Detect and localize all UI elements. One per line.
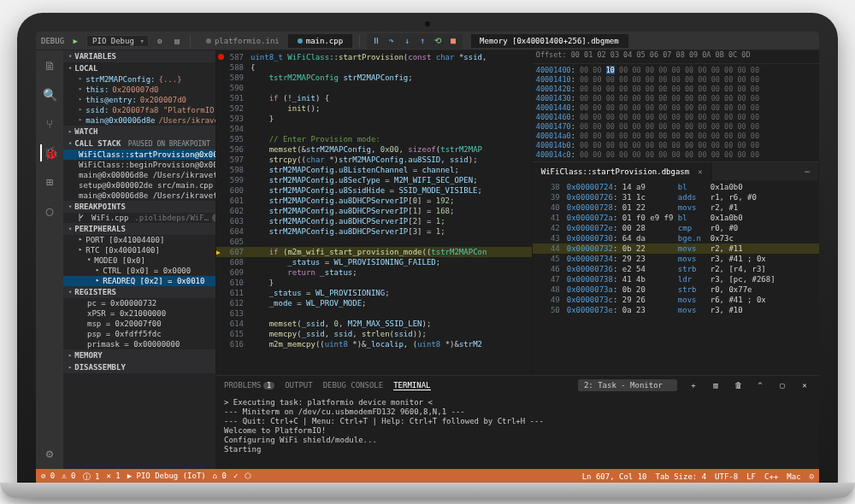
disasm-line[interactable]: 440x00000732: 0b 22 movs r2, #11 xyxy=(533,243,819,254)
memory-row[interactable]: 40001400: 00 00 10 00 00 00 00 00 00 00 … xyxy=(536,66,816,75)
status-item[interactable]: ▶ PIO Debug (IoT) xyxy=(127,472,206,483)
memory-row[interactable]: 40001410: 00 00 00 00 00 00 00 00 00 00 … xyxy=(536,75,816,85)
terminal-task-select[interactable]: 2: Task - Monitor xyxy=(578,379,677,391)
panel-layout-icon[interactable]: ▢ xyxy=(776,379,788,391)
problems-tab[interactable]: PROBLEMS1 xyxy=(224,381,274,390)
code-line[interactable]: 605 xyxy=(216,237,532,247)
disasm-line[interactable]: 460x00000736: e2 54 strb r2, [r4, r3] xyxy=(533,264,819,274)
status-item[interactable]: ⓘ 1 xyxy=(83,472,100,483)
memory-row[interactable]: 40001470: 00 00 00 00 00 00 00 00 00 00 … xyxy=(536,122,816,132)
peripheral-item[interactable]: ▸ RTC [0x40001400] xyxy=(63,245,215,255)
disasm-line[interactable]: 400x00000728: 01 22 movs r2, #1 xyxy=(533,202,819,213)
new-terminal-icon[interactable]: + xyxy=(687,379,699,391)
status-item[interactable]: ✓ xyxy=(233,472,238,483)
code-line[interactable]: 608 _status = WL_PROVISIONING_FAILED; xyxy=(216,257,532,267)
local-scope[interactable]: ▾Local xyxy=(63,62,215,74)
code-line[interactable]: 602 strM2MAPConfig.au8DHCPServerIP[1] = … xyxy=(216,206,532,216)
editor-tab[interactable]: Memory [0x40001400+256].dbgmem xyxy=(471,34,628,48)
platformio-icon[interactable]: ◯ xyxy=(41,202,58,220)
disasm-line[interactable]: 390x00000726: 31 1c adds r1, r6, #0 xyxy=(533,192,819,202)
memory-section[interactable]: ▸MEMORY xyxy=(63,349,215,361)
disasm-line[interactable]: 420x0000072e: 00 28 cmp r0, #0 xyxy=(533,223,819,233)
close-panel-icon[interactable]: ✕ xyxy=(799,379,811,391)
debug-console-tab[interactable]: DEBUG CONSOLE xyxy=(323,381,383,390)
status-item[interactable]: LF xyxy=(746,472,756,481)
status-item[interactable]: Tab Size: 4 xyxy=(656,472,707,481)
extensions-icon[interactable]: ⊞ xyxy=(41,173,58,190)
more-actions-icon[interactable]: ⋯ xyxy=(797,162,819,180)
peripheral-register[interactable]: ▾ MODE0 [0x0] xyxy=(63,255,215,266)
debug-config-select[interactable]: PIO Debug xyxy=(86,35,149,47)
register-item[interactable]: xPSR = 0x21000000 xyxy=(63,308,215,319)
terminal-output[interactable]: > Executing task: platformio device moni… xyxy=(215,395,819,469)
code-line[interactable]: 591 if (!_init) { xyxy=(216,93,532,103)
code-line[interactable]: 613 xyxy=(216,308,532,319)
code-line[interactable]: 592 init(); xyxy=(216,103,532,114)
variable-item[interactable]: ▸ this@entry: 0x200007d0 xyxy=(63,95,215,105)
code-line[interactable]: 595 // Enter Provision mode: xyxy=(216,134,532,144)
code-line[interactable]: 600 strM2MAPConfig.u8SsidHide = SSID_MOD… xyxy=(216,185,532,196)
code-line[interactable]: 609 return _status; xyxy=(216,267,532,278)
memory-row[interactable]: 40001440: 00 00 00 00 00 00 00 00 00 00 … xyxy=(536,103,816,113)
memory-view[interactable]: 40001400: 00 00 10 00 00 00 00 00 00 00 … xyxy=(533,64,819,161)
status-item[interactable]: ☺ xyxy=(810,472,814,481)
register-item[interactable]: pc = 0x00000732 xyxy=(63,298,215,308)
stack-frame[interactable]: WiFiClass::startProvision@0x00000… xyxy=(63,149,215,160)
code-line[interactable]: 589 tstrM2MAPConfig strM2MAPConfig; xyxy=(216,73,532,83)
breakpoint-item[interactable]: WiFi.cpp.piolibdeps/WiF…588 xyxy=(63,213,215,223)
search-icon[interactable]: 🔍 xyxy=(41,86,58,103)
code-line[interactable]: 612 _mode = WL_PROV_MODE; xyxy=(216,298,532,308)
disasm-line[interactable]: 430x00000730: 64 da bge.n 0x73c xyxy=(533,233,819,243)
variables-section[interactable]: ▾VARIABLES xyxy=(63,50,215,62)
status-item[interactable]: Mac xyxy=(787,472,800,481)
code-editor[interactable]: 587uint8_t WiFiClass::startProvision(con… xyxy=(216,50,532,375)
code-line[interactable]: ▶607 if (m2m_wifi_start_provision_mode((… xyxy=(216,247,532,257)
register-item[interactable]: msp = 0x20007f00 xyxy=(63,319,215,329)
code-line[interactable]: 615 memcpy(_ssid, ssid, strlen(ssid)); xyxy=(216,329,532,339)
stack-frame[interactable]: WiFiClass::beginProvision@0x00000… xyxy=(63,160,215,170)
code-line[interactable]: 597 strcpy((char *)strM2MAPConfig.au8SSI… xyxy=(216,155,532,165)
status-item[interactable]: ⚠ 0 xyxy=(62,472,75,483)
code-line[interactable]: 610 } xyxy=(216,278,532,288)
checkbox-icon[interactable] xyxy=(79,214,80,221)
code-line[interactable]: 601 strM2MAPConfig.au8DHCPServerIP[0] = … xyxy=(216,196,532,206)
code-line[interactable]: 587uint8_t WiFiClass::startProvision(con… xyxy=(216,52,532,62)
code-line[interactable]: 588{ xyxy=(216,62,532,73)
code-line[interactable]: 614 memset(_ssid, 0, M2M_MAX_SSID_LEN); xyxy=(216,319,532,329)
disasm-line[interactable]: 410x0000072a: 01 f0 e9 f9 bl 0x1a0b0 xyxy=(533,213,819,223)
disasm-line[interactable]: 480x0000073a: 0b 20 strb r0, 0x77e xyxy=(533,284,819,295)
peripherals-section[interactable]: ▾PERIPHERALS xyxy=(63,223,215,235)
continue-icon[interactable]: ⏸ xyxy=(370,35,382,47)
memory-row[interactable]: 400014a0: 00 00 00 00 00 00 00 00 00 00 … xyxy=(536,132,816,141)
step-out-icon[interactable]: ↑ xyxy=(416,35,428,47)
peripheral-item[interactable]: ▸ PORT [0x41004400] xyxy=(63,235,215,245)
terminal-tab[interactable]: TERMINAL xyxy=(393,381,430,390)
console-icon[interactable]: ▤ xyxy=(171,35,183,47)
code-line[interactable]: 603 strM2MAPConfig.au8DHCPServerIP[2] = … xyxy=(216,216,532,226)
peripheral-register[interactable]: ▸ CTRL [0x0] = 0x0000 xyxy=(63,266,215,276)
status-item[interactable]: C++ xyxy=(764,472,778,481)
code-line[interactable]: 604 strM2MAPConfig.au8DHCPServerIP[3] = … xyxy=(216,226,532,237)
editor-tab[interactable]: main.cpp xyxy=(289,34,352,48)
status-item[interactable]: Ln 607, Col 10 xyxy=(582,472,647,481)
code-line[interactable]: 594 xyxy=(216,124,532,134)
status-item[interactable]: ⊘ 0 xyxy=(41,472,55,483)
memory-row[interactable]: 40001420: 00 00 00 00 00 00 00 00 00 00 … xyxy=(536,85,816,94)
memory-row[interactable]: 400014c0: 00 00 00 00 00 00 00 00 00 00 … xyxy=(536,150,816,160)
register-item[interactable]: psp = 0xfdff5fdc xyxy=(63,329,215,339)
watch-section[interactable]: ▸WATCH xyxy=(63,126,215,138)
memory-row[interactable]: 400014b0: 00 00 00 00 00 00 00 00 00 00 … xyxy=(536,141,816,150)
status-item[interactable]: ⌂ 0 xyxy=(213,472,227,483)
settings-gear-icon[interactable]: ⚙ xyxy=(41,445,58,462)
output-tab[interactable]: OUTPUT xyxy=(285,381,313,390)
start-debug-icon[interactable]: ▶ xyxy=(69,35,81,47)
explorer-icon[interactable]: 🗎 xyxy=(41,57,58,74)
split-terminal-icon[interactable]: ▥ xyxy=(710,379,722,391)
code-line[interactable]: 590 xyxy=(216,83,532,93)
scm-icon[interactable]: ⑂ xyxy=(41,115,58,132)
editor-tab[interactable]: platformio.ini xyxy=(198,34,289,48)
stack-frame[interactable]: main@0x00006d8e /Users/ikravets… xyxy=(63,170,215,180)
status-item[interactable]: ⬡ xyxy=(245,472,251,483)
variable-item[interactable]: ▸ strM2MAPConfig: {...} xyxy=(63,74,215,85)
disassembly-section[interactable]: ▸DISASSEMBLY xyxy=(63,361,215,373)
